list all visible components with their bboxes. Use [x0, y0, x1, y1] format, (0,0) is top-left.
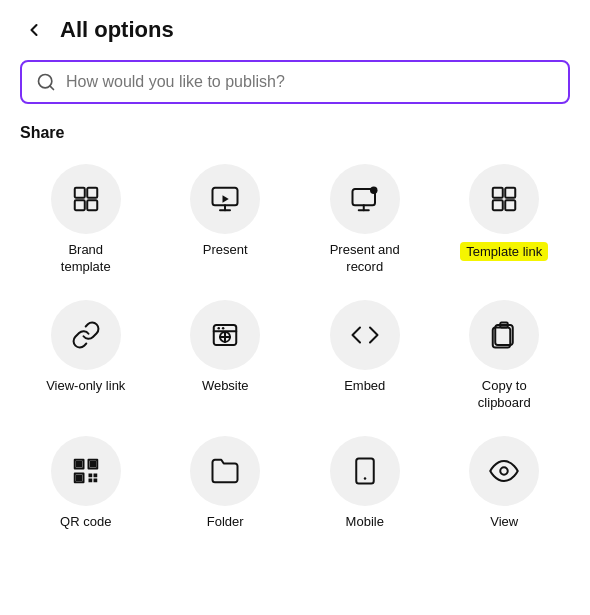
svg-line-1 — [50, 86, 54, 90]
svg-point-20 — [222, 327, 225, 330]
clipboard-icon — [489, 320, 519, 350]
link-icon-circle — [51, 300, 121, 370]
item-present-record[interactable]: Present andrecord — [299, 158, 431, 282]
folder-label: Folder — [207, 514, 244, 531]
svg-rect-35 — [93, 478, 97, 482]
svg-rect-3 — [87, 188, 97, 198]
svg-rect-6 — [213, 188, 238, 206]
back-button[interactable] — [20, 16, 48, 44]
present-record-icon-circle — [330, 164, 400, 234]
svg-rect-14 — [493, 188, 503, 198]
search-icon — [36, 72, 56, 92]
copy-clipboard-label: Copy toclipboard — [478, 378, 531, 412]
mobile-icon — [350, 456, 380, 486]
embed-icon — [350, 320, 380, 350]
item-copy-clipboard[interactable]: Copy toclipboard — [439, 294, 571, 418]
page-title: All options — [60, 17, 174, 43]
eye-icon-circle — [469, 436, 539, 506]
present-record-label: Present andrecord — [330, 242, 400, 276]
present-icon — [210, 184, 240, 214]
svg-marker-7 — [223, 195, 229, 203]
brand-template-icon-circle — [51, 164, 121, 234]
svg-point-38 — [501, 467, 509, 475]
template-link-icon-circle — [469, 164, 539, 234]
qr-icon-circle — [51, 436, 121, 506]
embed-label: Embed — [344, 378, 385, 395]
section-title: Share — [20, 124, 570, 142]
svg-rect-27 — [76, 461, 82, 467]
svg-rect-29 — [90, 461, 96, 467]
embed-icon-circle — [330, 300, 400, 370]
qr-icon — [71, 456, 101, 486]
view-only-link-label: View-only link — [46, 378, 125, 395]
svg-rect-15 — [506, 188, 516, 198]
svg-rect-32 — [88, 473, 92, 477]
svg-rect-33 — [93, 473, 97, 477]
svg-rect-5 — [87, 200, 97, 210]
mobile-label: Mobile — [346, 514, 384, 531]
item-template-link[interactable]: Template link — [439, 158, 571, 282]
item-brand-template[interactable]: Brandtemplate — [20, 158, 152, 282]
main-container: All options Share — [0, 0, 590, 552]
qr-code-label: QR code — [60, 514, 111, 531]
folder-icon-circle — [190, 436, 260, 506]
item-website[interactable]: Website — [160, 294, 292, 418]
brand-template-label: Brandtemplate — [61, 242, 111, 276]
mobile-icon-circle — [330, 436, 400, 506]
header: All options — [20, 16, 570, 44]
present-label: Present — [203, 242, 248, 259]
item-view-only-link[interactable]: View-only link — [20, 294, 152, 418]
svg-rect-16 — [493, 200, 503, 210]
present-record-icon — [350, 184, 380, 214]
item-embed[interactable]: Embed — [299, 294, 431, 418]
svg-point-19 — [218, 327, 221, 330]
present-icon-circle — [190, 164, 260, 234]
svg-rect-31 — [76, 474, 82, 480]
folder-icon — [210, 456, 240, 486]
item-view[interactable]: View — [439, 430, 571, 537]
website-label: Website — [202, 378, 249, 395]
item-qr-code[interactable]: QR code — [20, 430, 152, 537]
template-link-label: Template link — [460, 242, 548, 261]
svg-rect-4 — [75, 200, 85, 210]
clipboard-icon-circle — [469, 300, 539, 370]
eye-icon — [489, 456, 519, 486]
svg-point-11 — [370, 187, 378, 195]
options-grid: Brandtemplate Present — [20, 158, 570, 536]
item-mobile[interactable]: Mobile — [299, 430, 431, 537]
search-input[interactable] — [66, 73, 554, 91]
item-present[interactable]: Present — [160, 158, 292, 282]
template-link-icon — [489, 184, 519, 214]
svg-rect-34 — [88, 478, 92, 482]
website-icon — [210, 320, 240, 350]
brand-template-icon — [71, 184, 101, 214]
view-label: View — [490, 514, 518, 531]
link-icon — [71, 320, 101, 350]
svg-rect-17 — [506, 200, 516, 210]
svg-rect-2 — [75, 188, 85, 198]
item-folder[interactable]: Folder — [160, 430, 292, 537]
search-box — [20, 60, 570, 104]
website-icon-circle — [190, 300, 260, 370]
page-wrapper: All options Share — [0, 0, 590, 615]
